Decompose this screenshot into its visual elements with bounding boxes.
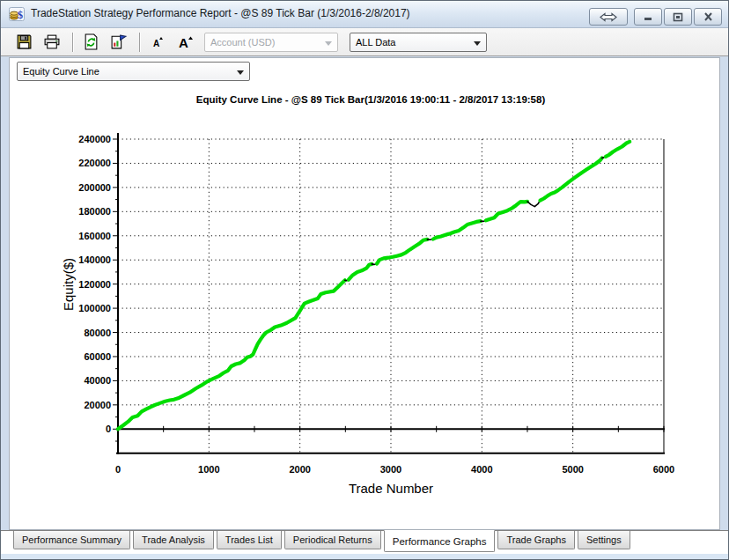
float-window-button[interactable]	[589, 8, 628, 26]
equity-curve-line	[541, 158, 602, 201]
graph-type-dropdown[interactable]: Equity Curve Line	[17, 62, 250, 81]
y-tick-label: 40000	[84, 375, 111, 386]
tradestation-icon: $	[9, 6, 25, 22]
y-tick-label: 240000	[78, 134, 111, 144]
y-axis-title: Equity($)	[61, 258, 76, 311]
tab-trade-graphs[interactable]: Trade Graphs	[497, 531, 574, 549]
y-tick-label: 20000	[84, 400, 111, 410]
report-tab-bar: Performance SummaryTrade AnalysisTrades …	[1, 530, 728, 555]
y-tick-label: 80000	[84, 328, 111, 338]
window-title: TradeStation Strategy Performance Report…	[31, 7, 410, 19]
data-range-dropdown-value: ALL Data	[356, 37, 395, 48]
y-tick-label: 60000	[84, 351, 111, 362]
y-tick-label: 160000	[78, 231, 111, 241]
dropdown-arrow-icon	[325, 41, 332, 46]
account-dropdown[interactable]: Account (USD)	[204, 33, 338, 52]
minimize-button[interactable]	[634, 8, 662, 26]
graph-type-dropdown-value: Equity Curve Line	[23, 66, 99, 77]
tab-trade-analysis[interactable]: Trade Analysis	[133, 531, 214, 549]
font-decrease-icon: A	[150, 34, 166, 50]
toolbar: AA Account (USD) ALL Data	[1, 28, 728, 56]
y-tick-label: 220000	[78, 158, 111, 168]
font-decrease-button[interactable]: A	[145, 30, 170, 55]
restore-button[interactable]	[664, 8, 692, 26]
x-tick-label: 4000	[471, 464, 492, 475]
restore-icon	[673, 12, 683, 22]
save-button[interactable]	[11, 30, 36, 55]
refresh-button[interactable]	[78, 30, 103, 55]
equity-curve-line	[486, 202, 527, 220]
print-button[interactable]	[40, 30, 64, 55]
x-tick-label: 6000	[653, 464, 674, 475]
format-icon	[110, 33, 128, 50]
close-button[interactable]	[694, 8, 722, 26]
close-icon	[703, 12, 713, 21]
print-icon	[43, 33, 61, 50]
double-arrow-icon	[600, 12, 617, 22]
y-tick-label: 120000	[78, 279, 111, 290]
tab-settings[interactable]: Settings	[578, 531, 630, 549]
tab-trades-list[interactable]: Trades List	[217, 531, 282, 549]
drawdown-segment	[527, 201, 541, 207]
x-axis-title: Trade Number	[349, 481, 433, 496]
tab-performance-graphs[interactable]: Performance Graphs	[384, 530, 496, 552]
equity-curve-line	[118, 280, 345, 429]
y-tick-label: 200000	[78, 182, 111, 193]
svg-text:A: A	[179, 35, 188, 50]
dropdown-arrow-icon	[474, 41, 481, 46]
window-controls	[589, 8, 722, 26]
window-bottom-strip	[1, 554, 728, 559]
y-tick-label: 180000	[78, 206, 111, 217]
tab-periodical-returns[interactable]: Periodical Returns	[284, 531, 381, 549]
account-dropdown-value: Account (USD)	[210, 37, 275, 48]
toolbar-separator	[72, 33, 74, 52]
format-report-button[interactable]	[107, 30, 131, 55]
save-icon	[16, 33, 33, 50]
svg-text:$: $	[18, 9, 23, 21]
equity-curve-line	[606, 142, 630, 157]
y-tick-label: 0	[106, 424, 111, 434]
x-tick-label: 5000	[562, 464, 583, 475]
font-increase-icon: A	[177, 34, 195, 50]
tradestation-report-window: $ TradeStation Strategy Performance Repo…	[0, 0, 729, 560]
equity-curve-line	[433, 221, 481, 239]
y-tick-label: 100000	[78, 303, 111, 313]
svg-text:A: A	[153, 39, 159, 48]
refresh-icon	[83, 33, 99, 50]
x-tick-label: 0	[115, 464, 121, 475]
x-tick-label: 1000	[198, 464, 219, 475]
equity-curve-chart: 0200004000060000800001000001200001400001…	[1, 89, 729, 503]
y-tick-label: 140000	[78, 254, 111, 265]
data-range-dropdown[interactable]: ALL Data	[350, 33, 487, 52]
tab-performance-summary[interactable]: Performance Summary	[13, 531, 130, 549]
equity-curve-line	[349, 264, 372, 280]
title-bar: $ TradeStation Strategy Performance Repo…	[1, 1, 728, 28]
dropdown-arrow-icon	[237, 70, 244, 75]
font-increase-button[interactable]: A	[173, 30, 198, 55]
minimize-icon	[643, 12, 653, 21]
x-tick-label: 3000	[380, 464, 401, 475]
toolbar-separator	[139, 33, 141, 52]
x-tick-label: 2000	[289, 464, 310, 475]
